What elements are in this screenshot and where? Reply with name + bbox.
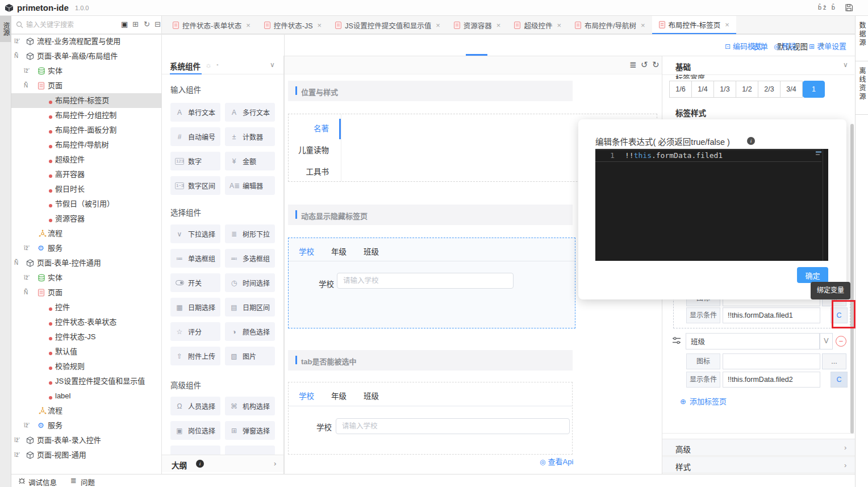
tabs-widget-selected[interactable]: 学校年级班级 学校 [288,238,575,328]
palette-item-弹窗选择[interactable]: ⊞弹窗选择 [225,421,275,440]
school-tab-年级[interactable]: 年级 [331,245,347,257]
refresh-icon[interactable]: ↻ [144,20,150,28]
palette-item-时间选择[interactable]: ◷时间选择 [225,273,275,292]
school-tab-年级[interactable]: 年级 [331,390,347,401]
close-icon[interactable]: × [725,20,729,29]
close-icon[interactable]: × [436,21,440,30]
condition1-input[interactable] [723,307,820,323]
variable-button[interactable]: V [820,333,833,349]
tree-item[interactable]: Ñ̌页面 [11,285,162,300]
editor-tab[interactable]: 布局控件-标签页× [652,16,736,34]
editor-tab[interactable]: 布局控件/导航树× [568,16,652,34]
tree-item[interactable]: 高开容器 [11,167,162,182]
rail-tab-offline-resources[interactable]: 离线资源 [856,61,868,115]
tree-item[interactable]: 流程 [11,226,162,241]
palette-item-机构选择[interactable]: ⌘机构选择 [225,397,275,415]
fraction-button-3/4[interactable]: 3/4 [780,81,803,98]
fraction-button-1/3[interactable]: 1/3 [713,81,736,98]
palette-item-人员选择[interactable]: Ω人员选择 [170,397,220,415]
status-debug-info[interactable]: 调试信息 [28,477,57,487]
school-input[interactable] [337,273,514,289]
tree-item[interactable]: îž’实体 [11,64,162,78]
editor-tab[interactable]: 控件状态-JS× [257,16,328,34]
outline-bar[interactable]: 大纲 i › [162,455,283,472]
tree-item[interactable]: îž’页面-视图-通用 [11,448,162,463]
code-mode-link[interactable]: ⊡编码模式 [725,40,762,51]
tree-item[interactable]: 布局控件-分组控制 [11,108,162,123]
editor-tab[interactable]: 控件状态-表单状态× [166,16,257,34]
close-icon[interactable]: × [246,21,251,30]
tree-item[interactable]: 默认值 [11,344,162,359]
tree-toggle-icon[interactable]: îž’ [24,241,30,256]
add-tab-link[interactable]: ⊕添加标签页 [680,396,727,406]
tree-toggle-icon[interactable]: îž’ [14,34,20,49]
palette-item-日期区间[interactable]: ▤日期区间 [225,298,275,317]
info-icon[interactable]: i [747,137,755,145]
tree-item[interactable]: îž’页面-表单-录入控件 [11,433,162,448]
tree-item[interactable]: 超级控件 [11,152,162,167]
inspector-scrollbar[interactable] [850,124,854,434]
outline-structure-icon[interactable]: ≣ [629,60,637,69]
form-settings-link[interactable]: ⊞表单设置 [809,40,846,51]
tree-item[interactable]: Ñ̌页面 [11,78,162,93]
fraction-button-1[interactable]: 1 [803,81,825,98]
undo-icon[interactable]: ↺ [641,60,648,69]
school-tab-学校[interactable]: 学校 [299,245,314,257]
palette-item-图片[interactable]: ▧图片 [225,347,275,365]
tree-item[interactable]: îž’流程-业务流程配置与使用 [11,34,162,49]
style-section-header[interactable]: 样式 › [662,456,855,473]
palette-item-开关[interactable]: 开关 [170,273,220,292]
rail-tab-resources[interactable]: 资源 [0,16,11,42]
icon-picker-button[interactable]: ... [822,353,846,369]
tree-item[interactable]: label [11,389,162,403]
palette-item-计数器[interactable]: ±计数器 [225,127,275,146]
palette-item-颜色选择[interactable]: ◑颜色选择 [225,322,275,341]
tree-item[interactable]: Ñ̌页面-表单-控件通用 [11,256,162,270]
palette-item-金额[interactable]: ¥金额 [225,152,275,170]
fraction-button-1/2[interactable]: 1/2 [736,81,758,98]
close-icon[interactable]: × [318,21,322,30]
redo-icon[interactable]: ↻ [652,60,660,69]
tree-item[interactable]: 控件 [11,300,162,315]
tree-toggle-icon[interactable]: Ñ̌ [24,285,28,300]
rail-tab-data-source[interactable]: 数据源 [856,16,868,61]
new-folder-icon[interactable]: ⊞ [132,20,139,28]
tree-item[interactable]: 流程 [11,403,162,418]
palette-item-多行文本[interactable]: A多行文本 [225,103,275,122]
school-tab-学校[interactable]: 学校 [299,390,314,401]
status-problems[interactable]: 问题 [81,477,95,487]
palette-item-单选框组[interactable]: ≔单选框组 [170,249,220,268]
palette-item-下拉选择[interactable]: ∨下拉选择 [170,224,220,243]
condition2-code-button[interactable]: C [831,372,848,388]
palette-item-评分[interactable]: ☆评分 [170,322,220,341]
palette-tab-system-components[interactable]: 系统组件 [170,60,201,72]
inspector-basic-header[interactable]: 基础 ∨ [662,56,854,75]
tree-item[interactable]: 资源容器 [11,211,162,226]
tree-toggle-icon[interactable]: îž’ [24,418,30,433]
tree-item[interactable]: îž’实体 [11,270,162,285]
book-tab-儿童读物[interactable]: 儿童读物 [289,144,329,155]
palette-item-多选框组[interactable]: ≕多选框组 [225,249,275,268]
drag-handle-icon[interactable] [672,336,681,346]
tree-toggle-icon[interactable]: Ñ̌ [14,49,18,64]
palette-item-单行文本[interactable]: A单行文本 [170,103,220,122]
tree-item[interactable]: 节假日（被引用） [11,197,162,211]
tree-item[interactable]: 假日时长 [11,182,162,197]
tree-toggle-icon[interactable]: îž’ [14,448,20,463]
editor-scrollbar[interactable] [823,149,823,261]
palette-item-数字[interactable]: 123数字 [170,152,220,170]
close-icon[interactable]: × [496,21,501,30]
school-input[interactable] [336,418,570,434]
school-tab-班级[interactable]: 班级 [364,390,379,401]
fraction-button-1/6[interactable]: 1/6 [669,81,692,98]
tab-name-input[interactable] [686,333,820,349]
window-control-icons[interactable]: b̂ž b̂ [818,4,837,11]
tree-toggle-icon[interactable]: îž’ [14,433,20,448]
tree-toggle-icon[interactable]: îž’ [24,64,30,78]
chevron-down-icon[interactable]: ∨ [270,61,275,69]
search-input[interactable] [26,19,111,31]
tree-toggle-icon[interactable]: Ñ̌ [24,78,28,93]
tree-toggle-icon[interactable]: Ñ̌ [14,256,18,270]
tree-toggle-icon[interactable]: îž’ [24,270,30,285]
import-icon[interactable]: ▣ [121,20,128,28]
